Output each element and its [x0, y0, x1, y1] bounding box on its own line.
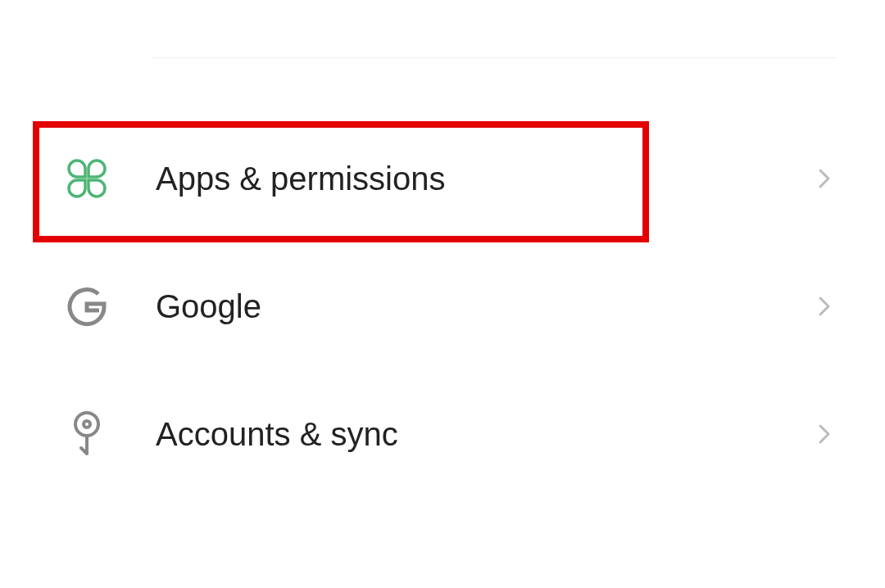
google-icon	[64, 283, 110, 329]
settings-item-label: Google	[156, 288, 815, 325]
chevron-right-icon	[815, 168, 836, 189]
apps-icon	[64, 156, 110, 201]
chevron-right-icon	[815, 296, 836, 317]
settings-item-apps-permissions[interactable]: Apps & permissions	[0, 115, 885, 242]
svg-point-2	[75, 413, 98, 436]
settings-list: Apps & permissions Google	[0, 115, 885, 498]
chevron-right-icon	[815, 423, 836, 445]
settings-item-google[interactable]: Google	[0, 242, 885, 370]
settings-item-label: Accounts & sync	[156, 416, 815, 453]
settings-item-accounts-sync[interactable]: Accounts & sync	[0, 370, 885, 498]
divider	[152, 57, 836, 58]
key-icon	[64, 411, 110, 457]
settings-item-label: Apps & permissions	[156, 161, 815, 197]
svg-point-3	[84, 421, 90, 427]
